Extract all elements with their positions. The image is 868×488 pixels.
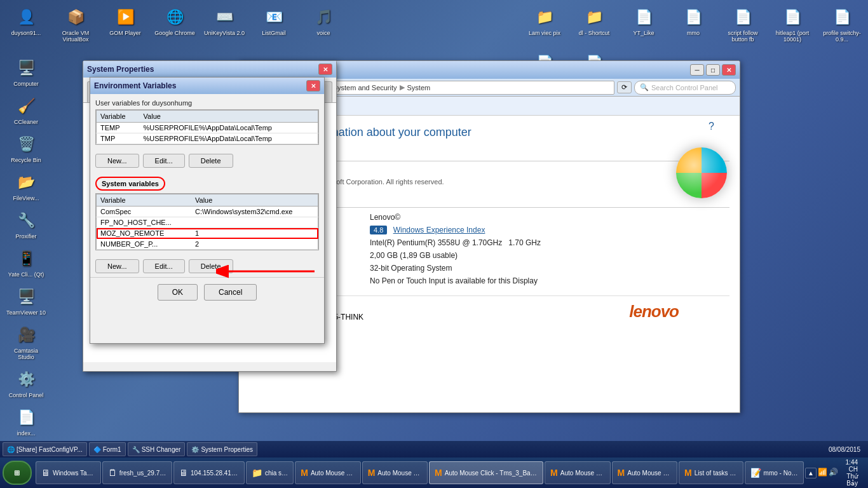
desktop-icon-ccleaner[interactable]: 🧹 CCleaner: [3, 92, 49, 128]
taskbar-label-remote: 104.155.28.41 - Re...: [191, 470, 239, 477]
desktop-icon-listgmail[interactable]: 📧 ListGmail: [251, 3, 297, 45]
sys-vars-label-highlight: System variables: [95, 177, 165, 191]
taskbar-icon-fresh: 🗒: [108, 468, 117, 478]
desktop-icon-camtasia[interactable]: 🎥 Camtasia Studio: [3, 321, 49, 363]
tray-chevron[interactable]: ▲: [805, 468, 817, 478]
highlighted-env-row[interactable]: MOZ_NO_REMOTE 1: [97, 228, 318, 239]
col-variable: Variable: [97, 111, 140, 123]
desktop-icon-dl[interactable]: 📁 dl - Shortcut: [571, 3, 617, 45]
desktop-icon-proxifier[interactable]: 🔧 Proxifier: [3, 207, 49, 242]
taskbar-btn-mmo-notepad[interactable]: 📝 mmo - Notepad: [745, 461, 804, 484]
user-vars-label: User variables for duysonhumg: [95, 99, 319, 107]
sys-vars-table: Variable Value ComSpec C:\Windows\system…: [96, 194, 318, 250]
desktop-icon-control-panel[interactable]: ⚙️ Control Panel: [3, 365, 49, 401]
sys-props-controls: ✕: [318, 64, 332, 75]
taskbar-btn-amc4[interactable]: M Auto Mouse Click...: [545, 461, 610, 484]
desktop-icon-img: 🌐: [163, 6, 186, 29]
user-delete-button[interactable]: Delete: [189, 154, 233, 168]
taskbar-btn-amc5[interactable]: M Auto Mouse Click...: [612, 461, 677, 484]
desktop-icon-computer[interactable]: 🖥️ Computer: [3, 54, 49, 90]
desktop-icon-teamviewer[interactable]: 🖥️ TeamViewer 10: [3, 283, 49, 318]
taskbar-btn-amc3[interactable]: M Auto Mouse Click - Tms_3_Back to accou…: [429, 461, 543, 484]
env-titlebar: Environment Variables ✕: [90, 78, 324, 94]
taskbar-btn-chia-se[interactable]: 📁 chia se file: [246, 461, 294, 484]
maximize-button[interactable]: □: [706, 64, 720, 76]
user-edit-button[interactable]: Edit...: [143, 154, 185, 168]
desktop-icon-img: ▶️: [114, 6, 137, 29]
taskbar-system-props[interactable]: ⚙️ System Properties: [187, 442, 257, 456]
env-close-btn[interactable]: ✕: [306, 80, 320, 92]
tray-day-text: Thứ Bảy: [844, 473, 858, 487]
taskbar-icon-amc2: M: [368, 468, 376, 478]
env-cancel-button[interactable]: Cancel: [204, 284, 257, 301]
taskbar-label-system-props: System Properties: [201, 446, 253, 453]
taskbar-btn-amc2[interactable]: M Auto Mouse Click...: [362, 461, 428, 484]
sys-vars-buttons: New... Edit... Delete: [90, 255, 324, 277]
table-row[interactable]: TEMP %USERPROFILE%\AppData\Local\Temp: [97, 123, 318, 133]
taskbar-btn-amc1[interactable]: M Auto Mouse Click...: [295, 461, 360, 484]
taskbar-icon-mmo-notepad: 📝: [750, 468, 761, 478]
table-row[interactable]: TMP %USERPROFILE%\AppData\Local\Temp: [97, 133, 318, 144]
taskbar-btn-remote[interactable]: 🖥 104.155.28.41 - Re...: [173, 461, 245, 484]
taskbar-label-list-tasks: List of tasks - Mo...: [695, 470, 738, 477]
desktop-icon-yt-like[interactable]: 📄 YT_Like: [621, 3, 667, 45]
desktop-icon-lam-viec-pix[interactable]: 📁 Lam viec pix: [522, 3, 567, 45]
desktop-icon-yate[interactable]: 📱 Yate Cli... (Qt): [3, 245, 49, 280]
sys-delete-button[interactable]: Delete: [189, 259, 233, 273]
taskbar-icon-remote: 🖥: [179, 468, 188, 478]
taskbar-share-fastconfig[interactable]: 🌐 [Share] FastConfigVP...: [3, 442, 87, 456]
wex-link[interactable]: Windows Experience Index: [393, 226, 485, 234]
sys-col-value: Value: [191, 194, 318, 207]
desktop-icon-recycle-bin[interactable]: 🗑️ Recycle Bin: [3, 130, 49, 166]
window-controls: ─ □ ✕: [690, 64, 736, 76]
taskbar-icon-firefox: 🌐: [7, 446, 15, 453]
desktop-icon-hitleap1[interactable]: 📄 hitleap1 (port 10001): [770, 3, 815, 45]
wex-badge: 4.8: [370, 226, 387, 234]
desktop-icon-voice[interactable]: 🎵 voice: [301, 3, 346, 45]
desktop: 👤 duyson91... 📦 Oracle VM VirtualBox ▶️ …: [0, 0, 868, 458]
taskbar-btn-list-tasks[interactable]: M List of tasks - Mo...: [679, 461, 743, 484]
desktop-icon-mmo[interactable]: 📄 mmo: [670, 3, 716, 45]
refresh-button[interactable]: ⟳: [617, 81, 632, 93]
sys-vars-label: System variables: [102, 180, 159, 187]
desktop-icon-fileview[interactable]: 📂 FileView...: [3, 168, 49, 204]
search-box[interactable]: 🔍 Search Control Panel: [634, 81, 736, 95]
taskbar-icon-form1: 🔷: [93, 446, 101, 453]
start-button[interactable]: ⊞: [3, 461, 32, 485]
desktop-icon-duyson91[interactable]: 👤 duyson91...: [3, 3, 49, 45]
minimize-button[interactable]: ─: [690, 64, 704, 76]
sys-new-button[interactable]: New...: [95, 259, 139, 273]
desktop-icon-unikey[interactable]: ⌨️ UniKeyVista 2.0: [201, 3, 247, 45]
help-icon[interactable]: ?: [709, 121, 714, 132]
start-button-label: ⊞: [14, 469, 20, 477]
sys-props-close[interactable]: ✕: [318, 64, 332, 75]
tray-datetime[interactable]: 1:44 CH Thứ Bảy: [841, 459, 862, 487]
taskbar-ssh-changer[interactable]: 🔧 SSH Changer: [128, 442, 186, 456]
sys-props-title: System Properties: [87, 65, 154, 74]
desktop-icon-gom[interactable]: ▶️ GOM Player: [102, 3, 148, 45]
env-ok-button[interactable]: OK: [158, 284, 198, 301]
table-row[interactable]: ComSpec C:\Windows\system32\cmd.exe: [97, 207, 318, 217]
tray-full-date: 08/08/2015: [829, 446, 865, 453]
desktop-icon-index[interactable]: 📄 index...: [3, 403, 49, 439]
user-new-button[interactable]: New...: [95, 154, 139, 168]
desktop-icon-chrome[interactable]: 🌐 Google Chrome: [152, 3, 198, 45]
sys-vars-table-container[interactable]: Variable Value ComSpec C:\Windows\system…: [95, 193, 319, 250]
taskbar-form1[interactable]: 🔷 Form1: [89, 442, 126, 456]
desktop-icon-profile[interactable]: 📄 profile switchy-0.9...: [819, 3, 865, 45]
close-button[interactable]: ✕: [722, 64, 736, 76]
taskbar-icon-amc4: M: [550, 468, 558, 478]
taskbar-btn-fresh[interactable]: 🗒 fresh_us_29.7.15 -...: [102, 461, 172, 484]
sys-edit-button[interactable]: Edit...: [143, 259, 185, 273]
sys-props-titlebar: System Properties ✕: [83, 61, 336, 78]
table-row[interactable]: FP_NO_HOST_CHE...: [97, 217, 318, 228]
desktop-icon-img: ⌨️: [213, 6, 236, 29]
desktop-icon-oracle[interactable]: 📦 Oracle VM VirtualBox: [53, 3, 98, 45]
user-vars-table-container[interactable]: Variable Value TEMP %USERPROFILE%\AppDat…: [95, 109, 319, 145]
table-row[interactable]: NUMBER_OF_P... 2: [97, 239, 318, 250]
taskbar-btn-windows-task[interactable]: 🖥 Windows Task M...: [36, 461, 101, 484]
user-vars-table: Variable Value TEMP %USERPROFILE%\AppDat…: [96, 110, 318, 144]
desktop-icon-script[interactable]: 📄 script follow button fb: [720, 3, 766, 45]
taskbar-label-fresh: fresh_us_29.7.15 -...: [119, 470, 166, 477]
taskbar-icon-amc3: M: [435, 468, 442, 478]
